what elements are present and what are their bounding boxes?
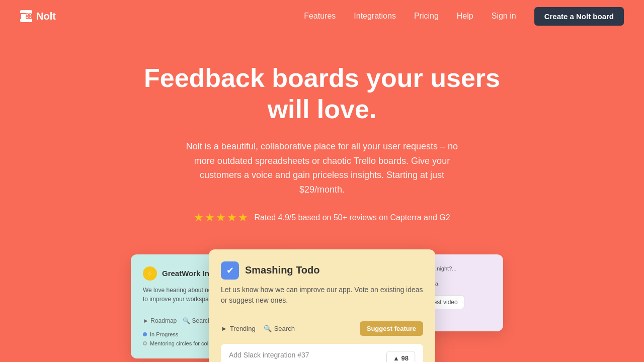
center-card-icon: ✔ (221, 261, 239, 280)
center-card-nav: ► Trending 🔍 Search Suggest feature (221, 315, 423, 336)
nav-help[interactable]: Help (457, 12, 473, 21)
trending-tab[interactable]: ► Trending (221, 325, 256, 332)
rating-text: Rated 4.9/5 based on 50+ reviews on Capt… (254, 213, 450, 222)
logo[interactable]: Nolt (20, 10, 56, 22)
svg-rect-2 (29, 14, 32, 16)
nav-signin[interactable]: Sign in (492, 12, 516, 21)
nav-integrations[interactable]: Integrations (354, 12, 396, 21)
nav-links: Features Integrations Pricing Help Sign … (304, 7, 624, 26)
logo-icon (20, 10, 32, 22)
svg-rect-3 (29, 17, 32, 19)
create-board-button[interactable]: Create a Nolt board (534, 7, 624, 26)
suggest-feature-button[interactable]: Suggest feature (360, 321, 423, 336)
center-card-title: Smashing Todo (245, 264, 320, 276)
left-card-icon: ⚡ (143, 266, 157, 281)
left-nav-roadmap[interactable]: ► Roadmap (143, 317, 177, 324)
feature-item-title: Add Slack integration #37 (229, 351, 380, 359)
hero-subtitle: Nolt is a beautiful, collaborative place… (181, 139, 463, 197)
feature-list-item: Add Slack integration #37 It would be ni… (221, 344, 423, 362)
center-card-subtitle: Let us know how we can improve our app. … (221, 285, 423, 306)
left-card-title: GreatWork Inc. (162, 269, 215, 278)
hero-rating: ★★★★★ Rated 4.9/5 based on 50+ reviews o… (10, 211, 634, 224)
rating-stars: ★★★★★ (194, 211, 249, 224)
logo-text: Nolt (36, 11, 56, 22)
hero-section: Feedback boards your users will love. No… (0, 32, 644, 244)
navbar: Nolt Features Integrations Pricing Help … (0, 0, 644, 32)
svg-rect-0 (26, 14, 29, 16)
svg-rect-1 (26, 17, 29, 19)
nav-features[interactable]: Features (304, 12, 336, 21)
status-dot (143, 332, 147, 336)
feature-item-content: Add Slack integration #37 It would be ni… (229, 351, 380, 362)
search-tab[interactable]: 🔍 Search (264, 325, 295, 332)
nav-pricing[interactable]: Pricing (414, 12, 439, 21)
center-preview-card: ✔ Smashing Todo Let us know how we can i… (209, 249, 435, 362)
outline-dot (143, 341, 147, 345)
center-card-header: ✔ Smashing Todo (221, 261, 423, 280)
vote-button[interactable]: ▲ 98 (386, 351, 415, 362)
left-nav-search[interactable]: 🔍 Search (183, 317, 211, 324)
hero-title: Feedback boards your users will love. (121, 62, 523, 125)
preview-area: ⚡ GreatWork Inc. We love hearing about n… (0, 254, 644, 362)
